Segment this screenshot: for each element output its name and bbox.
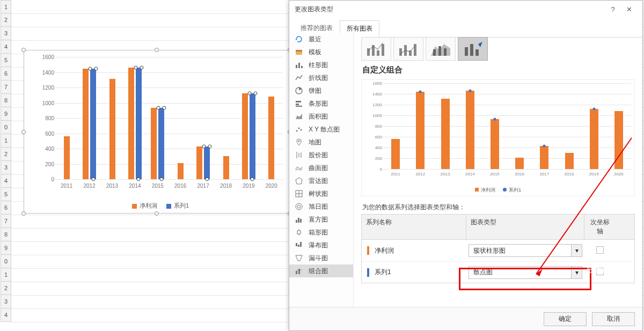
category-label: 面积图: [309, 112, 328, 121]
row-header[interactable]: 3: [1, 27, 11, 40]
area-icon: [295, 112, 303, 121]
category-label: 漏斗图: [309, 254, 328, 263]
series-name-label: 系列1: [375, 268, 391, 277]
row-header[interactable]: 5: [1, 54, 11, 67]
svg-rect-47: [475, 49, 479, 56]
svg-rect-45: [465, 47, 468, 56]
chart-category-list[interactable]: 最近模板柱形图折线图饼图条形图面积图X Y 散点图地图股价图曲面图雷达图树状图旭…: [289, 33, 354, 307]
category-combo[interactable]: 组合图: [289, 264, 353, 277]
row-header[interactable]: 7: [1, 80, 11, 94]
row-header[interactable]: 1: [1, 268, 11, 282]
row-header[interactable]: 3: [1, 161, 11, 174]
treemap-icon: [295, 189, 303, 198]
combo-icon: [295, 267, 303, 275]
resize-handle[interactable]: [21, 48, 26, 52]
secondary-axis-checkbox[interactable]: [596, 246, 604, 254]
combo-subtype-3[interactable]: [426, 37, 456, 61]
svg-rect-23: [300, 219, 302, 223]
combo-subtype-row: [361, 37, 635, 61]
row-header[interactable]: 9: [1, 241, 11, 255]
svg-rect-32: [298, 269, 300, 274]
category-box[interactable]: 箱形图: [289, 226, 353, 239]
dialog-title: 更改图表类型: [295, 5, 333, 14]
map-icon: [295, 138, 303, 146]
chart-legend: 净利润 系列1: [24, 202, 289, 210]
svg-rect-44: [444, 48, 447, 56]
category-label: 组合图: [309, 267, 328, 276]
category-column[interactable]: 柱形图: [289, 58, 353, 71]
svg-point-8: [296, 130, 298, 132]
row-header[interactable]: 4: [1, 174, 11, 188]
close-button[interactable]: ✕: [621, 3, 637, 16]
svg-marker-7: [296, 114, 302, 119]
row-header[interactable]: 1: [1, 0, 11, 13]
row-header[interactable]: 3: [1, 295, 11, 308]
category-pie[interactable]: 饼图: [289, 84, 353, 97]
category-radar[interactable]: 雷达图: [289, 174, 353, 187]
chart-type-combo[interactable]: 散点图 ▾: [469, 266, 582, 279]
row-header[interactable]: 8: [1, 94, 11, 107]
resize-handle[interactable]: [21, 211, 26, 216]
svg-point-10: [301, 129, 302, 131]
chart-type-combo[interactable]: 簇状柱形图 ▾: [469, 244, 582, 257]
recent-icon: [295, 35, 303, 43]
category-map[interactable]: 地图: [289, 136, 353, 149]
col-series-name: 系列名称: [362, 215, 466, 239]
category-label: 树状图: [309, 189, 328, 198]
svg-marker-30: [296, 255, 302, 261]
row-header[interactable]: 6: [1, 201, 11, 215]
category-stock[interactable]: 股价图: [289, 149, 353, 161]
combo-subtype-2[interactable]: [393, 37, 423, 61]
chevron-down-icon[interactable]: ▾: [571, 267, 582, 278]
row-header[interactable]: 0: [1, 255, 11, 268]
svg-rect-33: [367, 48, 370, 56]
row-header[interactable]: 4: [1, 308, 11, 322]
category-label: X Y 散点图: [309, 125, 340, 134]
resize-handle[interactable]: [21, 130, 26, 134]
row-header[interactable]: 7: [1, 215, 11, 228]
embedded-chart[interactable]: 2011201220132014201520162017201820192020…: [24, 50, 290, 214]
row-header[interactable]: 2: [1, 148, 11, 161]
ok-button[interactable]: 确定: [544, 312, 587, 326]
row-header[interactable]: 8: [1, 228, 11, 241]
cancel-button[interactable]: 取消: [592, 312, 635, 326]
category-area[interactable]: 面积图: [289, 110, 353, 123]
dialog-titlebar[interactable]: 更改图表类型 ? ✕: [289, 1, 642, 18]
category-bar[interactable]: 条形图: [289, 97, 353, 110]
category-recent[interactable]: 最近: [289, 33, 353, 46]
row-header[interactable]: 0: [1, 121, 11, 134]
category-treemap[interactable]: 树状图: [289, 187, 353, 200]
resize-handle[interactable]: [155, 211, 159, 216]
category-sunburst[interactable]: 旭日图: [289, 200, 353, 213]
row-header[interactable]: 2: [1, 13, 11, 27]
col-secondary-axis: 次坐标轴: [584, 215, 616, 239]
radar-icon: [295, 176, 303, 185]
svg-point-9: [298, 128, 300, 129]
template-icon: [295, 48, 303, 56]
row-header[interactable]: 1: [1, 134, 11, 148]
resize-handle[interactable]: [155, 48, 159, 52]
combo-subtype-custom[interactable]: [458, 37, 488, 61]
category-funnel[interactable]: 漏斗图: [289, 252, 353, 264]
chevron-down-icon[interactable]: ▾: [571, 245, 582, 256]
combo-subtype-1[interactable]: [361, 37, 391, 61]
row-header[interactable]: 6: [1, 67, 11, 80]
category-histogram[interactable]: 直方图: [289, 213, 353, 226]
series-color-swatch: [367, 246, 369, 255]
category-xy[interactable]: X Y 散点图: [289, 123, 353, 136]
category-label: 瀑布图: [309, 241, 328, 250]
category-line[interactable]: 折线图: [289, 71, 353, 84]
row-header[interactable]: 5: [1, 188, 11, 201]
series-row: 净利润 簇状柱形图 ▾: [362, 240, 634, 261]
help-button[interactable]: ?: [605, 3, 621, 16]
row-header[interactable]: 4: [1, 40, 11, 54]
category-surface[interactable]: 曲面图: [289, 161, 353, 174]
category-label: 饼图: [309, 86, 321, 95]
svg-rect-40: [414, 44, 416, 56]
category-template[interactable]: 模板: [289, 46, 353, 58]
svg-rect-36: [382, 44, 384, 56]
category-waterfall[interactable]: 瀑布图: [289, 239, 353, 252]
svg-rect-28: [298, 245, 299, 247]
row-header[interactable]: 2: [1, 282, 11, 295]
row-header[interactable]: 9: [1, 107, 11, 121]
